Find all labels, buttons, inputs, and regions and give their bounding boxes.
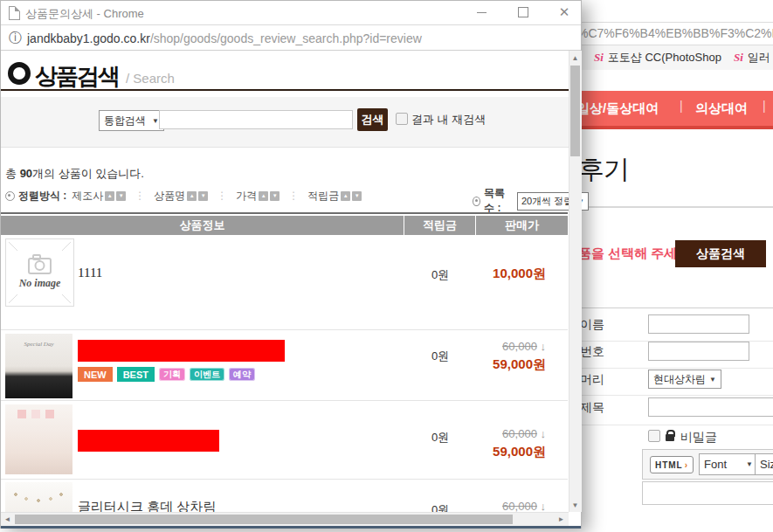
scroll-right-icon[interactable]: ► (556, 514, 567, 525)
nav-separator: | (680, 99, 683, 113)
editor-toolbar: HTML › Font ▼ Size ▼ (642, 449, 773, 480)
minimize-button[interactable] (468, 1, 494, 24)
badge-best: BEST (117, 367, 155, 382)
horizontal-scrollbar[interactable]: ◄ ► (1, 512, 569, 526)
lock-icon (666, 434, 674, 441)
search-input[interactable] (159, 110, 353, 129)
censored-product-name (78, 430, 219, 452)
form-row-line (582, 368, 773, 369)
sort-controls: 정렬방식 : 제조사 ▲▼ ⋮ 상품명 ▲▼ ⋮ 가격 ▲▼ ⋮ 적립금 ▲▼ (5, 188, 367, 204)
product-price: 10,000원 (459, 266, 546, 282)
html-arrow-icon: › (685, 460, 688, 470)
product-name[interactable]: 1111 (78, 266, 102, 280)
page-title: 상품검색 (35, 65, 119, 87)
result-summary: 총 90개의 상품이 있습니다. (5, 166, 144, 182)
product-price: 59,000원 (459, 356, 546, 373)
bg-section-divider (582, 206, 773, 208)
search-panel: 통합검색 ▼ 검색 결과 내 재검색 (1, 97, 569, 148)
secret-post-checkbox[interactable] (648, 430, 660, 442)
header-underline (1, 89, 569, 91)
info-icon: ⓘ (9, 30, 22, 46)
close-button[interactable]: ✕ (551, 1, 577, 24)
window-title: 상품문의상세 - Chrome (25, 6, 144, 22)
vertical-scrollbar[interactable]: ▲ ▼ (569, 51, 582, 512)
sort-by-maker: 제조사 ▲▼ (72, 189, 126, 204)
bullet-ring-icon (8, 62, 31, 85)
font-select[interactable]: Font ▼ (699, 453, 758, 475)
html-mode-button[interactable]: HTML › (650, 456, 694, 473)
badge-event: 이벤트 (190, 368, 224, 381)
product-thumbnail-noimage[interactable]: No image (5, 238, 74, 307)
bg-page-title: 후기 (578, 152, 629, 188)
sort-desc-icon[interactable]: ▼ (116, 191, 126, 201)
result-count: 90 (20, 167, 32, 180)
product-thumbnail[interactable] (5, 482, 72, 512)
product-thumbnail[interactable]: Special Day (5, 334, 72, 398)
price-down-icon: ↓ (541, 340, 547, 353)
bookmark-favicon: Si (734, 51, 743, 65)
bg-url-fragment: %C7%F6%B4%EB%BB%F3%C2%F7%F (577, 26, 773, 40)
scroll-down-icon[interactable]: ▼ (569, 499, 581, 511)
price-down-icon: ↓ (541, 500, 547, 513)
title-field[interactable] (648, 397, 773, 417)
prefix-select[interactable]: 현대상차림 ▼ (648, 370, 721, 389)
search-within-results-label: 결과 내 재검색 (411, 112, 486, 128)
window-titlebar[interactable]: 상품문의상세 - Chrome ✕ (1, 1, 581, 25)
form-label-password: 번호 (580, 344, 604, 360)
nav-separator: | (763, 99, 766, 113)
form-row-line (582, 425, 773, 425)
chevron-down-icon: ▼ (709, 376, 716, 383)
search-button[interactable]: 검색 (357, 108, 388, 131)
url-bar[interactable]: ⓘ jandkbaby1.godo.co.kr/shop/goods/goods… (1, 25, 581, 51)
form-label-name: 이름 (580, 317, 604, 333)
sort-asc-icon[interactable]: ▲ (259, 191, 268, 201)
secret-post-label: 비밀글 (680, 430, 717, 446)
chevron-down-icon: ▼ (746, 460, 753, 468)
name-field[interactable] (648, 314, 749, 334)
size-select[interactable]: Size ▼ (755, 453, 773, 475)
editor-textarea[interactable] (642, 481, 773, 505)
search-within-results-checkbox[interactable] (396, 113, 408, 125)
badge-list: NEW BEST 기획 이벤트 예약 (78, 367, 259, 382)
censored-product-name (78, 340, 285, 362)
bookmark-illustrator[interactable]: Si 일러 (734, 50, 770, 66)
sort-by-name: 상품명 ▲▼ (154, 189, 208, 204)
sort-by-mileage: 적립금 ▲▼ (307, 189, 362, 204)
sort-asc-icon[interactable]: ▲ (187, 191, 197, 201)
product-price: 59,000원 (459, 444, 546, 460)
password-field[interactable] (648, 342, 749, 361)
scroll-left-icon[interactable]: ◄ (2, 514, 13, 525)
sort-bullet-icon (5, 191, 15, 201)
thumbnail-caption: Special Day (5, 341, 72, 348)
sort-desc-icon[interactable]: ▼ (198, 191, 208, 201)
sort-desc-icon[interactable]: ▼ (352, 191, 362, 201)
column-header-mileage: 적립금 (404, 216, 475, 235)
nav-item-daily-rental[interactable]: 일상/돌상대여 (582, 100, 659, 117)
horizontal-scroll-thumb[interactable] (15, 515, 513, 524)
badge-new: NEW (78, 367, 113, 382)
row-divider (1, 329, 568, 330)
url-path: /shop/goods/goods_review_search.php?id=r… (150, 31, 422, 45)
product-thumbnail[interactable] (5, 404, 72, 474)
page-header: 상품검색 / Search (8, 56, 175, 87)
scroll-up-icon[interactable]: ▲ (569, 52, 581, 64)
svg-text:No image: No image (18, 277, 61, 289)
page-icon (9, 6, 20, 20)
bg-divider-top (582, 22, 773, 23)
maximize-icon (518, 7, 528, 17)
bookmark-photoshop[interactable]: Si 포토샵 CC(PhotoShop (594, 50, 721, 66)
badge-reserve: 예약 (229, 368, 255, 381)
maximize-button[interactable] (510, 1, 536, 24)
sort-desc-icon[interactable]: ▼ (270, 191, 280, 201)
bg-product-search-button[interactable]: 상품검색 (675, 240, 766, 267)
badge-plan: 기획 (159, 368, 185, 381)
search-category-select[interactable]: 통합검색 ▼ (99, 110, 164, 131)
nav-item-costume-rental[interactable]: 의상대여 (695, 100, 748, 117)
vertical-scroll-thumb[interactable] (570, 66, 580, 156)
column-header-product-info: 상품정보 (1, 216, 404, 235)
form-label-prefix: 머리 (580, 372, 604, 388)
row-divider (1, 479, 568, 480)
sort-asc-icon[interactable]: ▲ (341, 191, 350, 201)
form-label-title: 제목 (580, 400, 604, 416)
sort-asc-icon[interactable]: ▲ (105, 191, 114, 201)
